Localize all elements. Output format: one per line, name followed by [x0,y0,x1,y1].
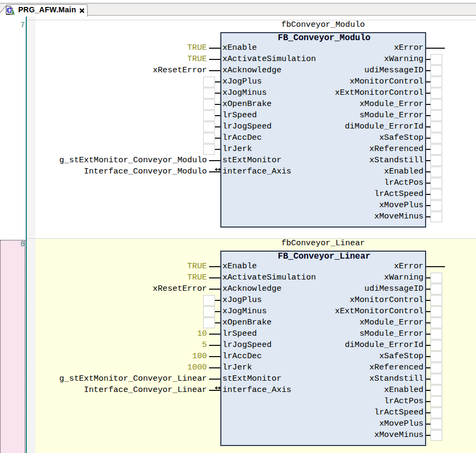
svg-text:A: A [10,9,15,16]
